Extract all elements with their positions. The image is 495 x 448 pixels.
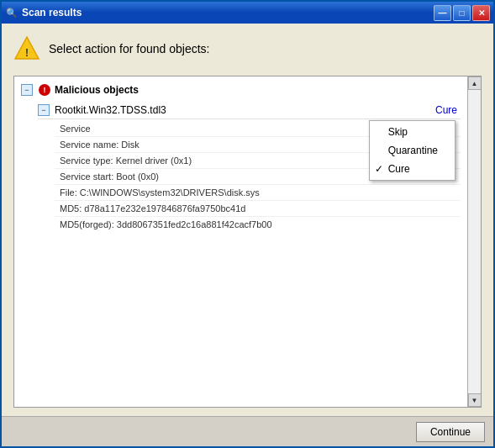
- title-bar: 🔍 Scan results — □ ✕: [2, 2, 493, 24]
- continue-button[interactable]: Continue: [416, 422, 485, 442]
- item-name: Rootkit.Win32.TDSS.tdl3: [55, 104, 435, 116]
- scrollbar[interactable]: ▲ ▼: [467, 76, 481, 407]
- malicious-icon: !: [38, 83, 51, 97]
- footer: Continue: [2, 416, 493, 446]
- close-button[interactable]: ✕: [472, 5, 490, 21]
- svg-text:!: !: [25, 47, 29, 59]
- malicious-item-row: − Rootkit.Win32.TDSS.tdl3 Cure: [38, 102, 461, 119]
- red-circle-icon: !: [39, 84, 50, 96]
- warning-icon: !: [13, 35, 40, 62]
- window-icon: 🔍: [5, 6, 18, 19]
- action-dropdown: Skip Quarantine Cure: [369, 120, 456, 181]
- main-panel: ▲ ▼ − ! Malicious objects − Rootkit.Win3…: [13, 76, 482, 408]
- item-collapse-icon[interactable]: −: [38, 104, 50, 116]
- maximize-button[interactable]: □: [453, 5, 471, 21]
- detail-row: MD5(forged): 3dd8067351fed2c16a881f42cac…: [55, 217, 461, 232]
- section-collapse-icon[interactable]: −: [21, 84, 33, 96]
- title-bar-buttons: — □ ✕: [434, 5, 490, 21]
- scroll-down-arrow[interactable]: ▼: [468, 393, 482, 407]
- main-window: 🔍 Scan results — □ ✕ ! Select action for…: [0, 0, 495, 448]
- detail-row: MD5: d78a117e232e197846876fa9750bc41d: [55, 201, 461, 217]
- detail-row: File: C:\WINDOWS\system32\DRIVERS\disk.s…: [55, 185, 461, 201]
- dropdown-cure[interactable]: Cure: [370, 160, 455, 178]
- header-title: Select action for found objects:: [49, 42, 209, 55]
- window-content: ! Select action for found objects: ▲ ▼ −…: [2, 24, 493, 416]
- window-title: Scan results: [22, 7, 434, 18]
- dropdown-quarantine[interactable]: Quarantine: [370, 141, 455, 160]
- minimize-button[interactable]: —: [434, 5, 451, 21]
- section-title: Malicious objects: [55, 84, 139, 96]
- dropdown-skip[interactable]: Skip: [370, 123, 455, 141]
- malicious-section-header: − ! Malicious objects: [21, 83, 461, 97]
- scroll-up-arrow[interactable]: ▲: [468, 76, 482, 90]
- header-section: ! Select action for found objects:: [13, 32, 482, 66]
- cure-link[interactable]: Cure: [435, 104, 457, 116]
